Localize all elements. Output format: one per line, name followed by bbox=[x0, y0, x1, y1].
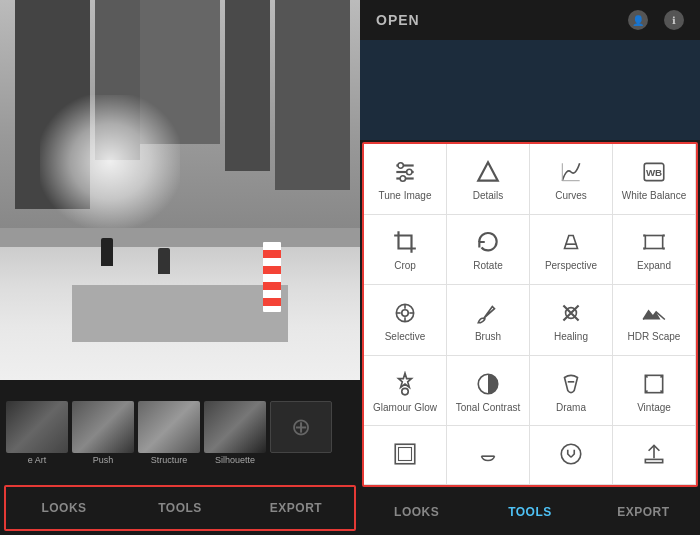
curves-icon bbox=[557, 158, 585, 186]
thumb-label-0: e Art bbox=[28, 455, 47, 465]
thumbnail-3[interactable] bbox=[204, 401, 266, 453]
tool-expand[interactable]: Expand bbox=[613, 215, 696, 286]
right-tab-tools[interactable]: TOOLS bbox=[473, 505, 586, 519]
crop-label: Crop bbox=[394, 260, 416, 272]
right-header: OPEN 👤 ℹ bbox=[360, 0, 700, 40]
tool-glamour-glow[interactable]: Glamour Glow bbox=[364, 356, 447, 427]
thumb-item-3[interactable]: Silhouette bbox=[204, 401, 266, 465]
right-bottom-bar: LOOKS TOOLS EXPORT bbox=[360, 489, 700, 535]
brush-icon bbox=[474, 299, 502, 327]
svg-rect-36 bbox=[645, 460, 662, 463]
svg-point-18 bbox=[402, 310, 409, 317]
svg-text:WB: WB bbox=[646, 167, 662, 178]
hdr-scape-label: HDR Scape bbox=[628, 331, 681, 343]
right-tab-looks[interactable]: LOOKS bbox=[360, 505, 473, 519]
tool-details[interactable]: Details bbox=[447, 144, 530, 215]
tool-healing[interactable]: Healing bbox=[530, 285, 613, 356]
face-icon bbox=[474, 440, 502, 468]
perspective-label: Perspective bbox=[545, 260, 597, 272]
tool-tonal-contrast[interactable]: Tonal Contrast bbox=[447, 356, 530, 427]
expand-label: Expand bbox=[637, 260, 671, 272]
tool-tune-image[interactable]: Tune Image bbox=[364, 144, 447, 215]
left-tab-tools[interactable]: TOOLS bbox=[122, 501, 238, 515]
healing-label: Healing bbox=[554, 331, 588, 343]
thumb-item-2[interactable]: Structure bbox=[138, 401, 200, 465]
tool-crop[interactable]: Crop bbox=[364, 215, 447, 286]
hdr-scape-icon bbox=[640, 299, 668, 327]
white-balance-icon: WB bbox=[640, 158, 668, 186]
tool-frames[interactable] bbox=[364, 426, 447, 485]
preview-dark-area bbox=[360, 40, 700, 140]
tool-hdr-scape[interactable]: HDR Scape bbox=[613, 285, 696, 356]
tool-curves[interactable]: Curves bbox=[530, 144, 613, 215]
vintage-icon bbox=[640, 370, 668, 398]
thumbnail-0[interactable] bbox=[6, 401, 68, 453]
svg-rect-12 bbox=[645, 236, 662, 249]
brush-label: Brush bbox=[475, 331, 501, 343]
open-button[interactable]: OPEN bbox=[376, 12, 420, 28]
svg-point-24 bbox=[402, 388, 409, 395]
tool-drama[interactable]: Drama bbox=[530, 356, 613, 427]
thumbnail-1[interactable] bbox=[72, 401, 134, 453]
thumb-item-0[interactable]: e Art bbox=[6, 401, 68, 465]
rotate-label: Rotate bbox=[473, 260, 502, 272]
tools-grid: Tune Image Details Curves WB White Balan… bbox=[364, 144, 696, 485]
rotate-icon bbox=[474, 228, 502, 256]
drama-icon bbox=[557, 370, 585, 398]
thumb-label-1: Push bbox=[93, 455, 114, 465]
add-thumbnail-button[interactable]: ⊕ bbox=[270, 401, 332, 453]
tool-upload[interactable] bbox=[613, 426, 696, 485]
header-icons: 👤 ℹ bbox=[628, 10, 684, 30]
tool-face[interactable] bbox=[447, 426, 530, 485]
details2-icon bbox=[557, 440, 585, 468]
svg-point-35 bbox=[561, 444, 581, 464]
photo-area bbox=[0, 0, 360, 380]
vintage-label: Vintage bbox=[637, 402, 671, 414]
thumbnail-2[interactable] bbox=[138, 401, 200, 453]
details-label: Details bbox=[473, 190, 504, 202]
thumb-add-label bbox=[300, 455, 303, 465]
thumb-item-1[interactable]: Push bbox=[72, 401, 134, 465]
white-balance-label: White Balance bbox=[622, 190, 686, 202]
svg-point-5 bbox=[400, 176, 405, 181]
glamour-glow-label: Glamour Glow bbox=[373, 402, 437, 414]
left-panel: e Art Push Structure Silhouette ⊕ bbox=[0, 0, 360, 535]
expand-icon bbox=[640, 228, 668, 256]
right-panel: OPEN 👤 ℹ Tune Image Details bbox=[360, 0, 700, 535]
upload-icon bbox=[640, 440, 668, 468]
tonal-contrast-label: Tonal Contrast bbox=[456, 402, 520, 414]
tool-brush[interactable]: Brush bbox=[447, 285, 530, 356]
frames-icon bbox=[391, 440, 419, 468]
left-tab-export[interactable]: EXPORT bbox=[238, 501, 354, 515]
healing-icon bbox=[557, 299, 585, 327]
svg-point-3 bbox=[398, 163, 403, 168]
tool-details2[interactable] bbox=[530, 426, 613, 485]
left-tab-looks[interactable]: LOOKS bbox=[6, 501, 122, 515]
info-icon[interactable]: ℹ bbox=[664, 10, 684, 30]
crop-icon bbox=[391, 228, 419, 256]
svg-marker-6 bbox=[478, 162, 498, 180]
svg-rect-33 bbox=[399, 448, 412, 461]
tune-image-label: Tune Image bbox=[379, 190, 432, 202]
thumbnails-row: e Art Push Structure Silhouette ⊕ bbox=[0, 380, 360, 485]
thumb-add-item[interactable]: ⊕ bbox=[270, 401, 332, 465]
thumb-label-3: Silhouette bbox=[215, 455, 255, 465]
thumb-label-2: Structure bbox=[151, 455, 188, 465]
selective-icon bbox=[391, 299, 419, 327]
plus-icon: ⊕ bbox=[291, 413, 311, 441]
svg-point-4 bbox=[407, 169, 412, 174]
left-bottom-bar: LOOKS TOOLS EXPORT bbox=[4, 485, 356, 531]
tool-rotate[interactable]: Rotate bbox=[447, 215, 530, 286]
right-tab-export[interactable]: EXPORT bbox=[587, 505, 700, 519]
drama-label: Drama bbox=[556, 402, 586, 414]
tool-perspective[interactable]: Perspective bbox=[530, 215, 613, 286]
account-icon[interactable]: 👤 bbox=[628, 10, 648, 30]
perspective-icon bbox=[557, 228, 585, 256]
tool-white-balance[interactable]: WB White Balance bbox=[613, 144, 696, 215]
tool-selective[interactable]: Selective bbox=[364, 285, 447, 356]
tonal-contrast-icon bbox=[474, 370, 502, 398]
tool-vintage[interactable]: Vintage bbox=[613, 356, 696, 427]
tools-grid-container: Tune Image Details Curves WB White Balan… bbox=[362, 142, 698, 487]
details-icon bbox=[474, 158, 502, 186]
glamour-glow-icon bbox=[391, 370, 419, 398]
